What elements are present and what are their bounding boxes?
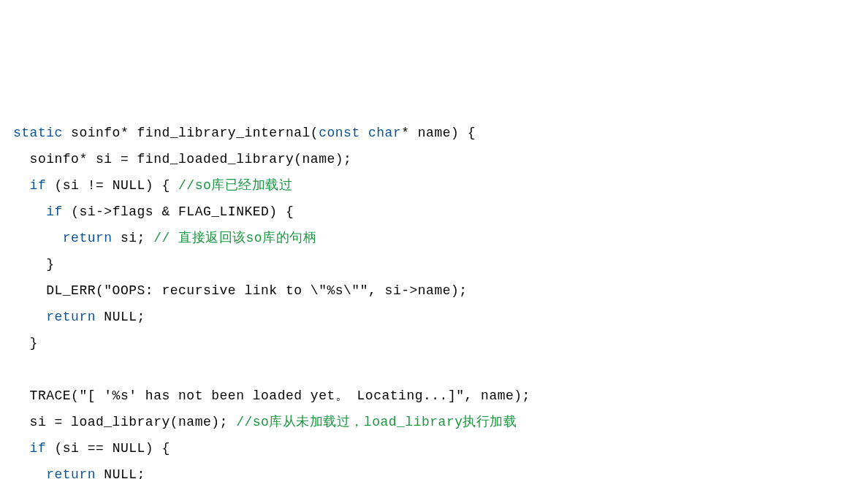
code-text: } (13, 336, 38, 350)
code-text: NULL; (96, 467, 145, 479)
keyword-if: if (46, 204, 63, 219)
code-text: (si == NULL) { (46, 441, 170, 456)
code-text (13, 178, 30, 193)
comment: //so库已经加载过 (178, 178, 292, 193)
line-7: DL_ERR("OOPS: recursive link to \"%s\"",… (13, 283, 468, 298)
keyword-if: if (30, 441, 47, 456)
code-text: (si != NULL) { (46, 178, 178, 193)
line-3: if (si != NULL) { //so库已经加载过 (13, 178, 292, 193)
code-text: NULL; (96, 310, 145, 324)
code-block: static soinfo* find_library_internal(con… (13, 120, 855, 479)
code-text: soinfo* find_library_internal( (63, 126, 319, 140)
code-text (13, 441, 30, 456)
line-14: return NULL; (13, 467, 145, 479)
keyword-return: return (63, 231, 113, 245)
line-1: static soinfo* find_library_internal(con… (13, 126, 476, 140)
code-text (13, 467, 46, 479)
keyword-if: if (30, 178, 47, 193)
line-4: if (si->flags & FLAG_LINKED) { (13, 204, 294, 219)
line-8: return NULL; (13, 310, 145, 324)
keyword-static: static (13, 126, 63, 140)
code-text (360, 126, 368, 140)
code-text (13, 204, 46, 219)
code-text: si = load_library(name); (13, 415, 236, 429)
code-text: } (13, 257, 55, 272)
comment: // 直接返回该so库的句柄 (153, 231, 316, 245)
code-text: * name) { (401, 126, 476, 140)
code-text: si; (113, 231, 154, 245)
keyword-return: return (46, 467, 96, 479)
code-text: TRACE("[ '%s' has not been loaded yet。 L… (13, 388, 530, 403)
line-13: if (si == NULL) { (13, 441, 170, 456)
keyword-char: char (368, 126, 401, 140)
line-2: soinfo* si = find_loaded_library(name); (13, 152, 351, 166)
keyword-return: return (46, 310, 96, 324)
line-6: } (13, 257, 55, 272)
code-text (13, 310, 46, 324)
code-text: DL_ERR("OOPS: recursive link to \"%s\"",… (13, 283, 468, 298)
line-5: return si; // 直接返回该so库的句柄 (13, 231, 316, 245)
comment: //so库从未加载过，load_library执行加载 (236, 415, 517, 429)
line-9: } (13, 336, 38, 350)
line-11: TRACE("[ '%s' has not been loaded yet。 L… (13, 388, 530, 403)
code-text: soinfo* si = find_loaded_library(name); (13, 152, 351, 166)
line-12: si = load_library(name); //so库从未加载过，load… (13, 415, 517, 429)
code-text: (si->flags & FLAG_LINKED) { (63, 204, 294, 219)
code-text (13, 231, 63, 245)
keyword-const: const (319, 126, 360, 140)
